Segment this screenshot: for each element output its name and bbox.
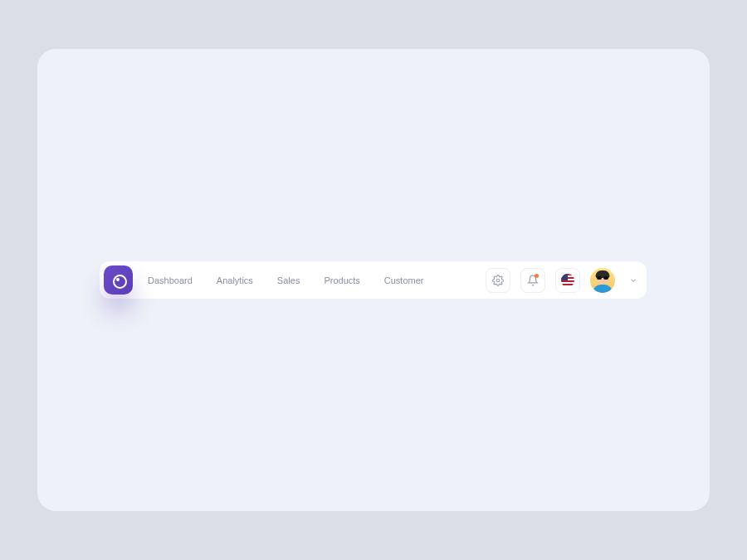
us-flag-icon bbox=[561, 274, 574, 287]
app-logo[interactable] bbox=[104, 265, 133, 295]
nav-links: Dashboard Analytics Sales Products Custo… bbox=[148, 275, 486, 285]
settings-button[interactable] bbox=[486, 268, 510, 293]
navbar: Dashboard Analytics Sales Products Custo… bbox=[100, 261, 647, 299]
nav-link-products[interactable]: Products bbox=[324, 275, 359, 285]
nav-link-sales[interactable]: Sales bbox=[277, 275, 300, 285]
user-menu-toggle[interactable] bbox=[628, 275, 638, 285]
notifications-button[interactable] bbox=[520, 268, 545, 293]
bell-icon bbox=[527, 275, 539, 286]
nav-link-dashboard[interactable]: Dashboard bbox=[148, 275, 193, 285]
nav-link-customer[interactable]: Customer bbox=[384, 275, 424, 285]
language-button[interactable] bbox=[555, 268, 580, 293]
chevron-down-icon bbox=[629, 276, 637, 285]
svg-point-0 bbox=[496, 279, 500, 282]
avatar[interactable] bbox=[590, 268, 615, 293]
navbar-right bbox=[486, 268, 638, 293]
gear-icon bbox=[492, 275, 504, 286]
notification-dot bbox=[535, 274, 539, 278]
speech-ring-icon bbox=[112, 274, 125, 287]
nav-link-analytics[interactable]: Analytics bbox=[217, 275, 253, 285]
app-canvas: Dashboard Analytics Sales Products Custo… bbox=[37, 49, 710, 511]
